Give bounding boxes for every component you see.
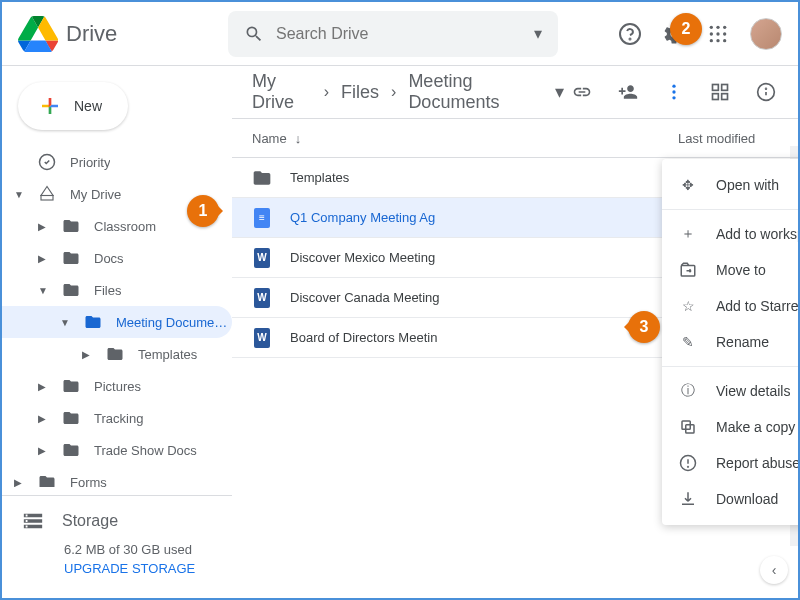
rename-icon: ✎ [678,332,698,352]
storage-label: Storage [62,512,118,530]
folder-icon [62,441,80,459]
search-icon [244,24,264,44]
svg-point-22 [766,88,767,89]
svg-point-9 [716,39,719,42]
chevron-right-icon: › [391,83,396,101]
folder-icon [84,313,102,331]
sidebar-item[interactable]: ▶Templates [2,338,232,370]
sidebar-item[interactable]: ▶Forms [2,466,232,487]
svg-rect-12 [41,196,53,201]
breadcrumb-segment[interactable]: Meeting Documents [408,71,543,113]
star-icon: ☆ [678,296,698,316]
plus-icon: ＋ [678,224,698,244]
callout-1: 1 [187,195,219,227]
folder-icon [106,345,124,363]
menu-rename[interactable]: ✎Rename [662,324,800,360]
more-actions-icon[interactable] [662,80,686,104]
share-icon[interactable] [616,80,640,104]
link-icon[interactable] [570,80,594,104]
folder-icon [62,249,80,267]
sidebar: New Priority ▼My Drive ▶Classroom ▶Docs … [2,66,232,598]
menu-make-copy[interactable]: Make a copy [662,409,800,445]
search-input[interactable] [276,25,522,43]
column-modified[interactable]: Last modified [678,131,778,146]
sidebar-item[interactable]: ▶Tracking [2,402,232,434]
menu-add-starred[interactable]: ☆Add to Starred [662,288,800,324]
storage-section: Storage 6.2 MB of 30 GB used UPGRADE STO… [2,495,232,590]
drive-icon [38,185,56,203]
svg-point-1 [630,38,631,39]
folder-icon [62,281,80,299]
column-name[interactable]: Name↓ [252,131,678,146]
folder-icon [38,473,56,487]
info-icon: ⓘ [678,381,698,401]
folder-icon [62,409,80,427]
menu-open-with[interactable]: ✥Open with› [662,167,800,203]
info-icon[interactable] [754,80,778,104]
folder-icon [62,217,80,235]
breadcrumb-segment[interactable]: My Drive [252,71,312,113]
svg-point-7 [723,32,726,35]
open-with-icon: ✥ [678,175,698,195]
sidebar-priority[interactable]: Priority [2,146,232,178]
copy-icon [678,417,698,437]
move-icon [678,260,698,280]
word-icon: W [252,248,272,268]
breadcrumb-actions [570,80,778,104]
svg-point-14 [672,90,675,93]
menu-report-abuse[interactable]: Report abuse [662,445,800,481]
plus-icon [38,94,62,118]
logo-area[interactable]: Drive [18,14,228,54]
search-dropdown-icon[interactable]: ▾ [534,24,542,43]
search-bar[interactable]: ▾ [228,11,558,57]
avatar[interactable] [750,18,782,50]
menu-separator [662,209,800,210]
sidebar-item[interactable]: ▼Files [2,274,232,306]
breadcrumb: My Drive › Files › Meeting Documents ▾ [232,66,798,118]
content: My Drive › Files › Meeting Documents ▾ N… [232,66,798,598]
help-icon[interactable] [618,22,642,46]
new-button-label: New [74,98,102,114]
folder-icon [252,168,272,188]
svg-point-15 [672,96,675,99]
new-button[interactable]: New [18,82,128,130]
storage-used: 6.2 MB of 30 GB used [64,542,212,557]
svg-point-3 [716,25,719,28]
svg-point-13 [672,85,675,88]
chevron-right-icon: › [324,83,329,101]
gdoc-icon: ≡ [252,208,272,228]
chevron-down-icon[interactable]: ▾ [555,81,564,103]
sidebar-item[interactable]: ▶Docs [2,242,232,274]
menu-move-to[interactable]: Move to [662,252,800,288]
svg-point-8 [710,39,713,42]
breadcrumb-segment[interactable]: Files [341,82,379,103]
menu-separator [662,366,800,367]
sidebar-item[interactable]: ▶Pictures [2,370,232,402]
upgrade-link[interactable]: UPGRADE STORAGE [64,561,212,576]
svg-point-6 [716,32,719,35]
svg-rect-16 [713,85,719,91]
menu-view-details[interactable]: ⓘView details [662,373,800,409]
svg-rect-17 [722,85,728,91]
list-header: Name↓ Last modified [232,118,798,158]
svg-rect-19 [722,94,728,100]
context-menu: ✥Open with› ＋Add to workspace› Move to ☆… [662,159,800,525]
expand-button[interactable]: ‹ [760,556,788,584]
svg-rect-18 [713,94,719,100]
svg-point-5 [710,32,713,35]
grid-view-icon[interactable] [708,80,732,104]
callout-3: 3 [628,311,660,343]
sidebar-item[interactable]: ▶Trade Show Docs [2,434,232,466]
svg-point-10 [723,39,726,42]
report-icon [678,453,698,473]
folder-icon [62,377,80,395]
menu-download[interactable]: Download [662,481,800,517]
brand-text: Drive [66,21,117,47]
download-icon [678,489,698,509]
svg-point-2 [710,25,713,28]
main: New Priority ▼My Drive ▶Classroom ▶Docs … [2,66,798,598]
menu-add-workspace[interactable]: ＋Add to workspace› [662,216,800,252]
sidebar-item-selected[interactable]: ▼Meeting Documen... [2,306,232,338]
callout-2: 2 [670,13,702,45]
apps-icon[interactable] [706,22,730,46]
